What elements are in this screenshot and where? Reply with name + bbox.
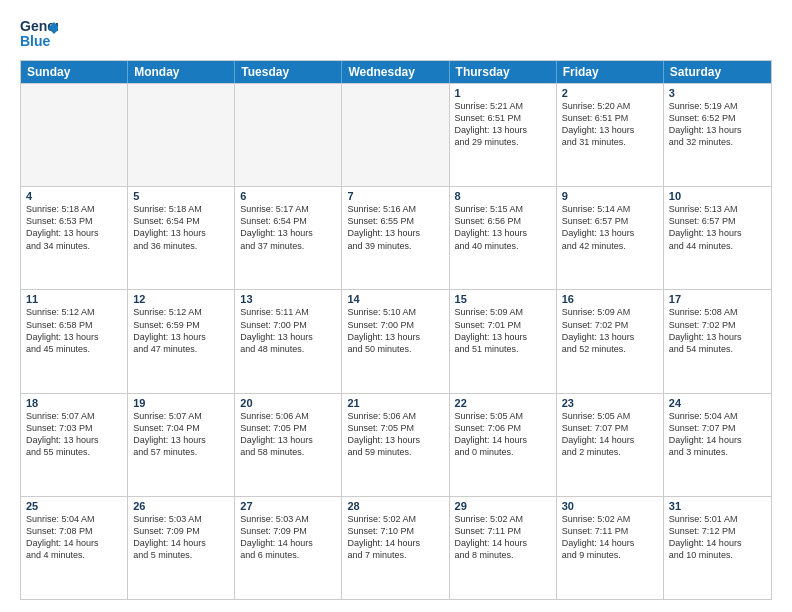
- calendar-cell-day-16: 16Sunrise: 5:09 AM Sunset: 7:02 PM Dayli…: [557, 290, 664, 392]
- day-info: Sunrise: 5:16 AM Sunset: 6:55 PM Dayligh…: [347, 203, 443, 252]
- calendar-cell-day-12: 12Sunrise: 5:12 AM Sunset: 6:59 PM Dayli…: [128, 290, 235, 392]
- day-number: 12: [133, 293, 229, 305]
- day-number: 10: [669, 190, 766, 202]
- calendar-cell-day-6: 6Sunrise: 5:17 AM Sunset: 6:54 PM Daylig…: [235, 187, 342, 289]
- day-number: 4: [26, 190, 122, 202]
- day-number: 29: [455, 500, 551, 512]
- day-info: Sunrise: 5:02 AM Sunset: 7:11 PM Dayligh…: [455, 513, 551, 562]
- day-info: Sunrise: 5:02 AM Sunset: 7:11 PM Dayligh…: [562, 513, 658, 562]
- day-number: 6: [240, 190, 336, 202]
- day-number: 31: [669, 500, 766, 512]
- header-day-saturday: Saturday: [664, 61, 771, 83]
- calendar-cell-empty: [342, 84, 449, 186]
- calendar-cell-day-27: 27Sunrise: 5:03 AM Sunset: 7:09 PM Dayli…: [235, 497, 342, 599]
- day-number: 16: [562, 293, 658, 305]
- calendar-cell-day-26: 26Sunrise: 5:03 AM Sunset: 7:09 PM Dayli…: [128, 497, 235, 599]
- day-number: 28: [347, 500, 443, 512]
- calendar-cell-day-25: 25Sunrise: 5:04 AM Sunset: 7:08 PM Dayli…: [21, 497, 128, 599]
- day-number: 3: [669, 87, 766, 99]
- day-info: Sunrise: 5:17 AM Sunset: 6:54 PM Dayligh…: [240, 203, 336, 252]
- header-day-tuesday: Tuesday: [235, 61, 342, 83]
- header-day-friday: Friday: [557, 61, 664, 83]
- day-number: 24: [669, 397, 766, 409]
- calendar-cell-day-5: 5Sunrise: 5:18 AM Sunset: 6:54 PM Daylig…: [128, 187, 235, 289]
- day-number: 26: [133, 500, 229, 512]
- calendar-cell-day-14: 14Sunrise: 5:10 AM Sunset: 7:00 PM Dayli…: [342, 290, 449, 392]
- header-day-thursday: Thursday: [450, 61, 557, 83]
- calendar-cell-day-31: 31Sunrise: 5:01 AM Sunset: 7:12 PM Dayli…: [664, 497, 771, 599]
- day-info: Sunrise: 5:19 AM Sunset: 6:52 PM Dayligh…: [669, 100, 766, 149]
- day-info: Sunrise: 5:12 AM Sunset: 6:59 PM Dayligh…: [133, 306, 229, 355]
- day-info: Sunrise: 5:05 AM Sunset: 7:06 PM Dayligh…: [455, 410, 551, 459]
- day-number: 22: [455, 397, 551, 409]
- day-info: Sunrise: 5:04 AM Sunset: 7:08 PM Dayligh…: [26, 513, 122, 562]
- header-day-wednesday: Wednesday: [342, 61, 449, 83]
- calendar-cell-empty: [128, 84, 235, 186]
- calendar-cell-day-28: 28Sunrise: 5:02 AM Sunset: 7:10 PM Dayli…: [342, 497, 449, 599]
- calendar-cell-day-21: 21Sunrise: 5:06 AM Sunset: 7:05 PM Dayli…: [342, 394, 449, 496]
- calendar-body: 1Sunrise: 5:21 AM Sunset: 6:51 PM Daylig…: [21, 83, 771, 599]
- day-number: 21: [347, 397, 443, 409]
- day-info: Sunrise: 5:13 AM Sunset: 6:57 PM Dayligh…: [669, 203, 766, 252]
- day-info: Sunrise: 5:10 AM Sunset: 7:00 PM Dayligh…: [347, 306, 443, 355]
- calendar-row-4: 18Sunrise: 5:07 AM Sunset: 7:03 PM Dayli…: [21, 393, 771, 496]
- day-number: 27: [240, 500, 336, 512]
- calendar-cell-empty: [21, 84, 128, 186]
- calendar-cell-day-30: 30Sunrise: 5:02 AM Sunset: 7:11 PM Dayli…: [557, 497, 664, 599]
- day-info: Sunrise: 5:14 AM Sunset: 6:57 PM Dayligh…: [562, 203, 658, 252]
- logo-svg: General Blue: [20, 16, 58, 52]
- day-number: 23: [562, 397, 658, 409]
- day-number: 2: [562, 87, 658, 99]
- header: General Blue: [20, 16, 772, 52]
- day-number: 25: [26, 500, 122, 512]
- day-info: Sunrise: 5:01 AM Sunset: 7:12 PM Dayligh…: [669, 513, 766, 562]
- calendar-cell-day-18: 18Sunrise: 5:07 AM Sunset: 7:03 PM Dayli…: [21, 394, 128, 496]
- day-number: 1: [455, 87, 551, 99]
- calendar-cell-day-10: 10Sunrise: 5:13 AM Sunset: 6:57 PM Dayli…: [664, 187, 771, 289]
- header-day-sunday: Sunday: [21, 61, 128, 83]
- calendar-cell-day-29: 29Sunrise: 5:02 AM Sunset: 7:11 PM Dayli…: [450, 497, 557, 599]
- day-number: 20: [240, 397, 336, 409]
- day-number: 7: [347, 190, 443, 202]
- calendar-cell-day-11: 11Sunrise: 5:12 AM Sunset: 6:58 PM Dayli…: [21, 290, 128, 392]
- day-number: 18: [26, 397, 122, 409]
- calendar-cell-day-13: 13Sunrise: 5:11 AM Sunset: 7:00 PM Dayli…: [235, 290, 342, 392]
- day-info: Sunrise: 5:03 AM Sunset: 7:09 PM Dayligh…: [240, 513, 336, 562]
- day-info: Sunrise: 5:08 AM Sunset: 7:02 PM Dayligh…: [669, 306, 766, 355]
- calendar-cell-day-8: 8Sunrise: 5:15 AM Sunset: 6:56 PM Daylig…: [450, 187, 557, 289]
- day-info: Sunrise: 5:15 AM Sunset: 6:56 PM Dayligh…: [455, 203, 551, 252]
- day-info: Sunrise: 5:04 AM Sunset: 7:07 PM Dayligh…: [669, 410, 766, 459]
- day-number: 9: [562, 190, 658, 202]
- calendar-cell-day-22: 22Sunrise: 5:05 AM Sunset: 7:06 PM Dayli…: [450, 394, 557, 496]
- day-info: Sunrise: 5:11 AM Sunset: 7:00 PM Dayligh…: [240, 306, 336, 355]
- calendar-row-2: 4Sunrise: 5:18 AM Sunset: 6:53 PM Daylig…: [21, 186, 771, 289]
- day-number: 19: [133, 397, 229, 409]
- day-info: Sunrise: 5:18 AM Sunset: 6:53 PM Dayligh…: [26, 203, 122, 252]
- calendar-cell-day-24: 24Sunrise: 5:04 AM Sunset: 7:07 PM Dayli…: [664, 394, 771, 496]
- day-number: 30: [562, 500, 658, 512]
- svg-text:Blue: Blue: [20, 33, 51, 49]
- calendar-cell-day-9: 9Sunrise: 5:14 AM Sunset: 6:57 PM Daylig…: [557, 187, 664, 289]
- day-info: Sunrise: 5:07 AM Sunset: 7:04 PM Dayligh…: [133, 410, 229, 459]
- calendar-cell-day-17: 17Sunrise: 5:08 AM Sunset: 7:02 PM Dayli…: [664, 290, 771, 392]
- calendar-cell-day-15: 15Sunrise: 5:09 AM Sunset: 7:01 PM Dayli…: [450, 290, 557, 392]
- day-info: Sunrise: 5:09 AM Sunset: 7:01 PM Dayligh…: [455, 306, 551, 355]
- calendar-cell-day-1: 1Sunrise: 5:21 AM Sunset: 6:51 PM Daylig…: [450, 84, 557, 186]
- calendar-cell-day-4: 4Sunrise: 5:18 AM Sunset: 6:53 PM Daylig…: [21, 187, 128, 289]
- day-number: 14: [347, 293, 443, 305]
- header-day-monday: Monday: [128, 61, 235, 83]
- calendar-cell-day-3: 3Sunrise: 5:19 AM Sunset: 6:52 PM Daylig…: [664, 84, 771, 186]
- day-info: Sunrise: 5:12 AM Sunset: 6:58 PM Dayligh…: [26, 306, 122, 355]
- calendar: SundayMondayTuesdayWednesdayThursdayFrid…: [20, 60, 772, 600]
- day-number: 15: [455, 293, 551, 305]
- logo: General Blue: [20, 16, 58, 52]
- day-number: 11: [26, 293, 122, 305]
- calendar-row-3: 11Sunrise: 5:12 AM Sunset: 6:58 PM Dayli…: [21, 289, 771, 392]
- calendar-cell-day-2: 2Sunrise: 5:20 AM Sunset: 6:51 PM Daylig…: [557, 84, 664, 186]
- day-number: 5: [133, 190, 229, 202]
- calendar-cell-day-23: 23Sunrise: 5:05 AM Sunset: 7:07 PM Dayli…: [557, 394, 664, 496]
- calendar-cell-day-20: 20Sunrise: 5:06 AM Sunset: 7:05 PM Dayli…: [235, 394, 342, 496]
- day-number: 13: [240, 293, 336, 305]
- day-info: Sunrise: 5:21 AM Sunset: 6:51 PM Dayligh…: [455, 100, 551, 149]
- calendar-cell-day-19: 19Sunrise: 5:07 AM Sunset: 7:04 PM Dayli…: [128, 394, 235, 496]
